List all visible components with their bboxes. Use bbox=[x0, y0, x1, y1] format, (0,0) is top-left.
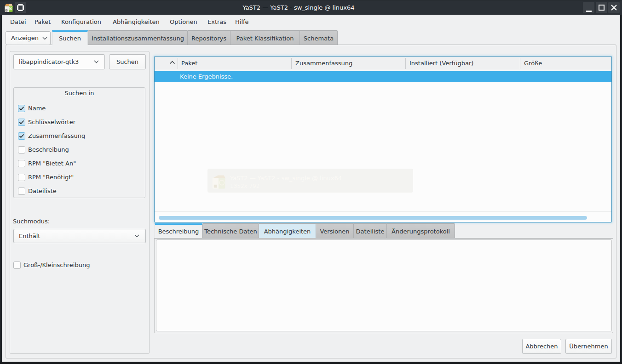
minimize-button[interactable] bbox=[583, 2, 594, 13]
menu-hilfe[interactable]: Hilfe bbox=[235, 15, 249, 28]
menu-datei[interactable]: Datei bbox=[10, 15, 26, 28]
yast-icon-ghost bbox=[211, 175, 226, 189]
view-selector-dropdown[interactable]: Anzeigen bbox=[6, 31, 51, 45]
chevron-down-icon bbox=[94, 60, 99, 63]
menu-optionen[interactable]: Optionen bbox=[170, 15, 197, 28]
check-icon bbox=[19, 134, 24, 138]
checkbox-checked[interactable] bbox=[18, 119, 25, 126]
maximize-icon bbox=[596, 2, 607, 13]
horizontal-scrollbar[interactable] bbox=[155, 211, 611, 222]
column-separator[interactable] bbox=[291, 58, 292, 69]
detail-tabbar: Beschreibung Technische Daten Abhängigke… bbox=[155, 223, 455, 238]
tab-repositorys[interactable]: Repositorys bbox=[188, 30, 230, 45]
osd-title: YaST2 — YaST2 - sw_single @ linux64 bbox=[230, 175, 342, 182]
view-tabbar: Suchen Installationszusammenfassung Repo… bbox=[52, 30, 338, 45]
check-icon bbox=[19, 106, 24, 111]
scrollbar-thumb[interactable] bbox=[159, 216, 587, 220]
tab-beschreibung[interactable]: Beschreibung bbox=[155, 223, 202, 239]
tab-abhaengigkeiten[interactable]: Abhängigkeiten bbox=[259, 223, 316, 238]
checkbox-label: Name bbox=[28, 105, 46, 112]
window-border-right bbox=[620, 15, 622, 362]
column-header-paket[interactable]: Paket bbox=[181, 57, 197, 70]
search-in-groupbox bbox=[13, 87, 145, 198]
resize-osd-ghost: YaST2 — YaST2 - sw_single @ linux64 1352… bbox=[207, 169, 413, 193]
close-icon bbox=[608, 2, 620, 13]
tab-technische-daten[interactable]: Technische Daten bbox=[202, 223, 259, 238]
minimize-icon bbox=[583, 2, 594, 13]
tab-schemata[interactable]: Schemata bbox=[300, 30, 338, 45]
checkbox-unchecked[interactable] bbox=[18, 146, 25, 154]
checkbox-unchecked[interactable] bbox=[18, 174, 25, 181]
search-input-combo[interactable]: libappindicator-gtk3 bbox=[13, 54, 105, 69]
search-in-title: Suchen in bbox=[13, 90, 145, 97]
checkbox-label: Schlüsselwörter bbox=[28, 119, 75, 126]
column-separator[interactable] bbox=[520, 58, 520, 69]
check-icon bbox=[19, 120, 24, 125]
chevron-down-icon bbox=[134, 234, 139, 238]
menubar: Datei Paket Konfiguration Abhängigkeiten… bbox=[2, 15, 620, 28]
checkbox-label: RPM "Bietet An" bbox=[28, 160, 76, 167]
window-border-bottom bbox=[0, 362, 622, 364]
search-mode-value: Enthält bbox=[19, 229, 40, 243]
package-table: Paket Zusammenfassung Installiert (Verfü… bbox=[154, 56, 612, 222]
maximize-button[interactable] bbox=[596, 2, 607, 13]
empty-results-row[interactable]: Keine Ergebnisse. bbox=[155, 71, 611, 82]
search-mode-label: Suchmodus: bbox=[13, 218, 50, 225]
checkbox-unchecked[interactable] bbox=[18, 160, 25, 167]
search-mode-dropdown[interactable]: Enthält bbox=[13, 229, 146, 243]
checkbox-checked[interactable] bbox=[18, 132, 25, 140]
window-border-left bbox=[0, 15, 2, 362]
column-separator[interactable] bbox=[178, 58, 178, 69]
column-header-installiert[interactable]: Installiert (Verfügbar) bbox=[409, 57, 473, 70]
tab-suchen[interactable]: Suchen bbox=[52, 30, 88, 45]
checkbox-unchecked[interactable] bbox=[13, 262, 21, 269]
tab-dateiliste[interactable]: Dateiliste bbox=[354, 223, 387, 238]
tab-installationszusammenfassung[interactable]: Installationszusammenfassung bbox=[88, 30, 188, 45]
search-button[interactable]: Suchen bbox=[109, 54, 146, 69]
table-header: Paket Zusammenfassung Installiert (Verfü… bbox=[155, 57, 611, 70]
view-selector-label: Anzeigen bbox=[11, 32, 39, 45]
tab-paket-klassifikation[interactable]: Paket Klassifikation bbox=[230, 30, 300, 45]
accept-button[interactable]: Übernehmen bbox=[565, 339, 612, 354]
search-query: libappindicator-gtk3 bbox=[19, 55, 79, 69]
description-view[interactable] bbox=[156, 239, 612, 331]
column-separator[interactable] bbox=[405, 58, 406, 69]
empty-results-text: Keine Ergebnisse. bbox=[180, 73, 233, 80]
tab-versionen[interactable]: Versionen bbox=[316, 223, 354, 238]
checkbox-label: RPM "Benötigt" bbox=[28, 174, 74, 181]
checkbox-label: Groß-/Kleinschreibung bbox=[23, 262, 90, 269]
chevron-down-icon bbox=[42, 37, 47, 40]
window-title: YaST2 — YaST2 - sw_single @ linux64 bbox=[0, 0, 597, 15]
osd-size: 622x 364 bbox=[230, 183, 259, 189]
checkbox-label: Beschreibung bbox=[28, 146, 69, 154]
checkbox-label: Dateiliste bbox=[28, 188, 57, 195]
tab-aenderungsprotokoll[interactable]: Änderungsprotokoll bbox=[387, 223, 455, 238]
menu-paket[interactable]: Paket bbox=[35, 15, 51, 28]
menu-extras[interactable]: Extras bbox=[207, 15, 226, 28]
column-header-zusammenfassung[interactable]: Zusammenfassung bbox=[295, 57, 352, 70]
menu-konfiguration[interactable]: Konfiguration bbox=[61, 15, 101, 28]
sort-ascending-icon[interactable] bbox=[169, 61, 175, 64]
checkbox-label: Zusammenfassung bbox=[28, 132, 85, 140]
checkbox-unchecked[interactable] bbox=[18, 188, 25, 195]
column-header-groesse[interactable]: Größe bbox=[524, 57, 542, 70]
cancel-button[interactable]: Abbrechen bbox=[522, 339, 561, 354]
checkbox-checked[interactable] bbox=[18, 105, 25, 112]
menu-abhaengigkeiten[interactable]: Abhängigkeiten bbox=[113, 15, 160, 28]
close-button[interactable] bbox=[608, 2, 620, 13]
